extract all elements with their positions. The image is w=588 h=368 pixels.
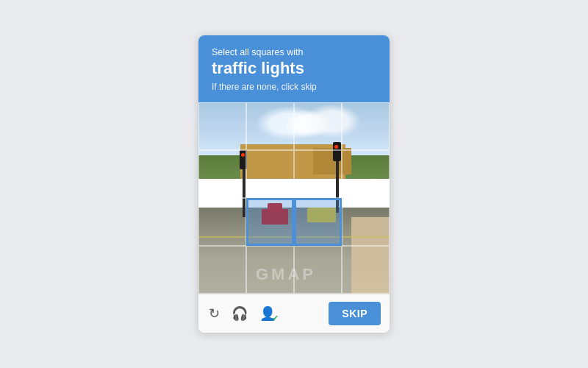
grid-cell-4[interactable] [198, 150, 246, 198]
check-icon: ✔ [272, 314, 279, 323]
footer-icons: ↻ 🎧 👤 ✔ [207, 304, 318, 323]
instruction-top: Select all squares with [212, 47, 376, 57]
grid-cell-1[interactable] [246, 102, 294, 150]
grid-cell-0[interactable] [198, 102, 246, 150]
refresh-button[interactable]: ↻ [207, 304, 221, 323]
grid-cell-5[interactable] [246, 150, 294, 198]
grid-cell-13[interactable] [246, 246, 294, 294]
captcha-header: Select all squares with traffic lights I… [198, 35, 390, 102]
grid-cell-12[interactable] [198, 246, 246, 294]
grid-cell-9[interactable] [246, 198, 294, 246]
accessibility-button[interactable]: 👤 ✔ [258, 304, 277, 323]
skip-button[interactable]: SKIP [329, 302, 381, 325]
audio-button[interactable]: 🎧 [230, 304, 249, 323]
image-grid-wrapper: GMAP [198, 102, 390, 294]
image-grid [198, 102, 390, 294]
grid-cell-6[interactable] [294, 150, 342, 198]
grid-cell-2[interactable] [294, 102, 342, 150]
grid-cell-3[interactable] [342, 102, 390, 150]
headphone-icon: 🎧 [232, 305, 248, 322]
grid-cell-7[interactable] [342, 150, 390, 198]
grid-cell-11[interactable] [342, 198, 390, 246]
grid-cell-15[interactable] [342, 246, 390, 294]
grid-cell-8[interactable] [198, 198, 246, 246]
captcha-widget: Select all squares with traffic lights I… [198, 35, 390, 332]
instruction-main: traffic lights [212, 59, 376, 78]
captcha-footer: ↻ 🎧 👤 ✔ SKIP [198, 294, 390, 333]
refresh-icon: ↻ [209, 305, 220, 322]
grid-cell-10[interactable] [294, 198, 342, 246]
instruction-bottom: If there are none, click skip [212, 82, 376, 92]
grid-cell-14[interactable] [294, 246, 342, 294]
